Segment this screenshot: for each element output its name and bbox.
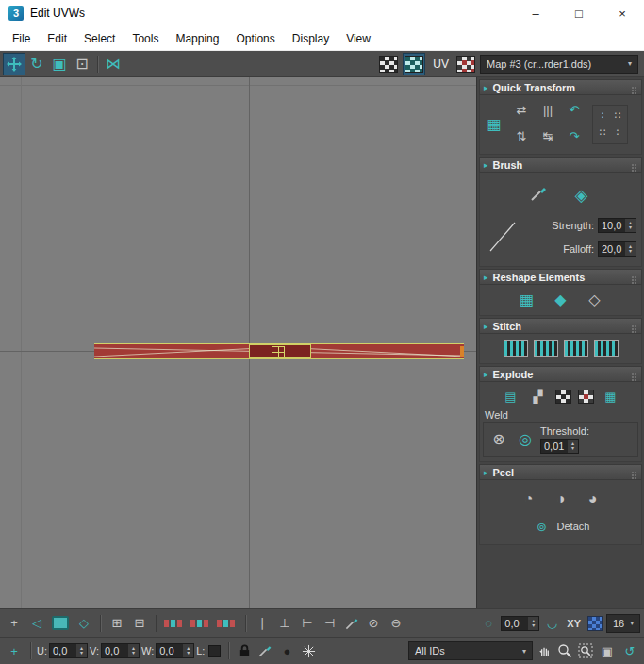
uv-space-button[interactable] bbox=[403, 53, 425, 75]
maximize-button[interactable]: □ bbox=[557, 0, 601, 26]
transform-gizmo[interactable] bbox=[272, 346, 285, 357]
align-right-button[interactable]: ⊣ bbox=[320, 613, 340, 634]
spinner-arrows-icon[interactable]: ▴▾ bbox=[128, 644, 139, 657]
lock-selection-button[interactable] bbox=[235, 641, 254, 660]
paint-weights-button[interactable] bbox=[256, 641, 274, 660]
space-evenly-button[interactable]: ↹ bbox=[536, 125, 560, 146]
align-horizontal-button[interactable]: ⇄ bbox=[509, 99, 534, 120]
rollout-header-reshape-elements[interactable]: ▸ Reshape Elements bbox=[479, 269, 642, 285]
paint-select-button[interactable] bbox=[342, 614, 361, 633]
close-button[interactable]: × bbox=[601, 0, 644, 26]
freeform-mode-button[interactable]: ⊡ bbox=[71, 53, 93, 75]
select-arrow-button[interactable]: ◁ bbox=[26, 613, 47, 634]
spinner-arrows-icon[interactable]: ▴▾ bbox=[625, 242, 636, 256]
freeze-button[interactable] bbox=[299, 641, 318, 660]
paint-brush-size-icon[interactable]: ◌ bbox=[478, 613, 499, 634]
menu-file[interactable]: File bbox=[4, 28, 39, 49]
explode-by-edge-button[interactable]: ▤ bbox=[501, 386, 521, 407]
linear-align-button[interactable]: ||| bbox=[536, 99, 560, 120]
scale-tool-button[interactable]: ▣ bbox=[48, 53, 71, 75]
rollout-header-explode[interactable]: ▸ Explode bbox=[479, 366, 642, 382]
rollout-header-stitch[interactable]: ▸ Stitch bbox=[479, 318, 642, 334]
grow-selection-button[interactable] bbox=[217, 620, 238, 627]
menu-mapping[interactable]: Mapping bbox=[167, 28, 227, 49]
menu-tools[interactable]: Tools bbox=[124, 28, 167, 49]
edge-loop-select-button[interactable] bbox=[164, 620, 185, 627]
hide-button[interactable]: ● bbox=[276, 640, 297, 661]
target-weld-button[interactable]: ⊗ bbox=[487, 428, 510, 451]
pan-button[interactable] bbox=[535, 641, 553, 660]
soft-selection-button[interactable]: ⊘ bbox=[363, 613, 384, 634]
stitch-to-target-button[interactable] bbox=[594, 340, 619, 357]
rectangle-select-button[interactable] bbox=[52, 616, 69, 630]
menu-edit[interactable]: Edit bbox=[39, 28, 75, 49]
relax-button[interactable]: ◇ bbox=[584, 289, 606, 311]
spinner-arrows-icon[interactable]: ▴▾ bbox=[183, 644, 193, 657]
rotate-cw-button[interactable]: ↷ bbox=[562, 125, 586, 146]
align-bottom-button[interactable]: ⊥ bbox=[274, 613, 295, 634]
strength-spinner[interactable]: 10,0 ▴▾ bbox=[598, 218, 636, 233]
polygon-select-button[interactable]: ◇ bbox=[74, 613, 94, 634]
align-pivot-button[interactable]: ∷ bbox=[595, 124, 610, 140]
threshold-spinner[interactable]: 0,01 ▴▾ bbox=[540, 439, 579, 454]
minimize-button[interactable]: – bbox=[514, 0, 557, 26]
menu-display[interactable]: Display bbox=[284, 28, 338, 49]
straighten-selection-button[interactable]: ▦ bbox=[516, 289, 538, 311]
arc-rotate-button[interactable]: ↺ bbox=[619, 640, 640, 661]
flatten-mapping-button[interactable]: ▦ bbox=[601, 386, 621, 407]
rotate-ccw-button[interactable]: ↶ bbox=[562, 99, 586, 120]
weld-selected-button[interactable]: ◎ bbox=[514, 428, 537, 451]
align-pivot-button[interactable]: ∶ bbox=[610, 124, 625, 140]
material-id-dropdown[interactable]: All IDs ▾ bbox=[408, 641, 533, 660]
paint-brush-button[interactable] bbox=[529, 184, 548, 203]
zoom-button[interactable] bbox=[555, 641, 574, 660]
snap-grid-icon[interactable] bbox=[587, 616, 603, 631]
rollout-header-brush[interactable]: ▸ Brush bbox=[479, 157, 642, 173]
rotation-angle-spinner[interactable]: 0,0 ▴▾ bbox=[501, 616, 539, 631]
align-vertical-button[interactable]: ⇅ bbox=[509, 125, 534, 146]
relax-brush-button[interactable]: ◈ bbox=[570, 184, 593, 207]
selected-uv-element[interactable] bbox=[94, 343, 464, 359]
absolute-mode-button[interactable]: + bbox=[4, 640, 25, 661]
uv-editor-viewport[interactable] bbox=[0, 77, 476, 608]
align-pivot-button[interactable]: ∷ bbox=[610, 108, 625, 123]
move-tool-button[interactable] bbox=[3, 53, 25, 75]
menu-options[interactable]: Options bbox=[227, 28, 283, 49]
vertex-mode-button[interactable]: ⊞ bbox=[107, 613, 127, 634]
align-left-button[interactable]: ⊢ bbox=[297, 613, 318, 634]
spinner-arrows-icon[interactable]: ▴▾ bbox=[568, 440, 578, 453]
rollout-header-quick-transform[interactable]: ▸ Quick Transform bbox=[479, 79, 642, 95]
menu-select[interactable]: Select bbox=[75, 28, 124, 49]
map-dropdown[interactable]: Map #3 (cr...rder1.dds) ▾ bbox=[480, 55, 638, 74]
relax-until-flat-button[interactable]: ◆ bbox=[550, 289, 572, 311]
lock-aspect-checkbox[interactable] bbox=[208, 645, 221, 657]
explode-by-material-button[interactable] bbox=[555, 390, 571, 404]
falloff-curve-button[interactable]: ◡ bbox=[541, 613, 562, 634]
rotate-tool-button[interactable]: ↻ bbox=[25, 53, 48, 75]
align-pivot-button[interactable]: ∶ bbox=[595, 108, 610, 123]
move-subobject-button[interactable]: + bbox=[4, 613, 25, 634]
menu-view[interactable]: View bbox=[338, 28, 379, 49]
explode-to-map-button[interactable] bbox=[578, 390, 594, 404]
v-spinner[interactable]: 0,0 ▴▾ bbox=[101, 643, 140, 658]
quick-peel-button[interactable]: ◔ bbox=[518, 488, 540, 510]
falloff-space-button[interactable]: ⊖ bbox=[386, 613, 406, 634]
show-map-icon[interactable] bbox=[379, 56, 398, 73]
stitch-custom-button[interactable] bbox=[504, 340, 528, 357]
edge-ring-select-button[interactable] bbox=[190, 620, 211, 627]
zoom-region-button[interactable] bbox=[576, 641, 595, 660]
falloff-spinner[interactable]: 20,0 ▴▾ bbox=[598, 241, 636, 257]
peel-mode-button[interactable]: ◑ bbox=[550, 488, 572, 510]
texture-checker-icon[interactable] bbox=[456, 56, 475, 73]
stitch-to-average-button[interactable] bbox=[564, 340, 588, 357]
rollout-header-peel[interactable]: ▸ Peel bbox=[479, 464, 642, 480]
quick-planar-map-button[interactable]: ▦ bbox=[483, 113, 505, 136]
spinner-arrows-icon[interactable]: ▴▾ bbox=[528, 617, 538, 630]
u-spinner[interactable]: 0,0 ▴▾ bbox=[49, 643, 88, 658]
pin-bar-icon[interactable]: ∣ bbox=[252, 613, 272, 634]
detach-icon[interactable]: ⊚ bbox=[532, 516, 553, 537]
spinner-arrows-icon[interactable]: ▴▾ bbox=[625, 219, 636, 232]
stitch-to-source-button[interactable] bbox=[534, 340, 558, 357]
spinner-arrows-icon[interactable]: ▴▾ bbox=[76, 644, 87, 657]
edge-mode-button[interactable]: ⊟ bbox=[129, 613, 150, 634]
